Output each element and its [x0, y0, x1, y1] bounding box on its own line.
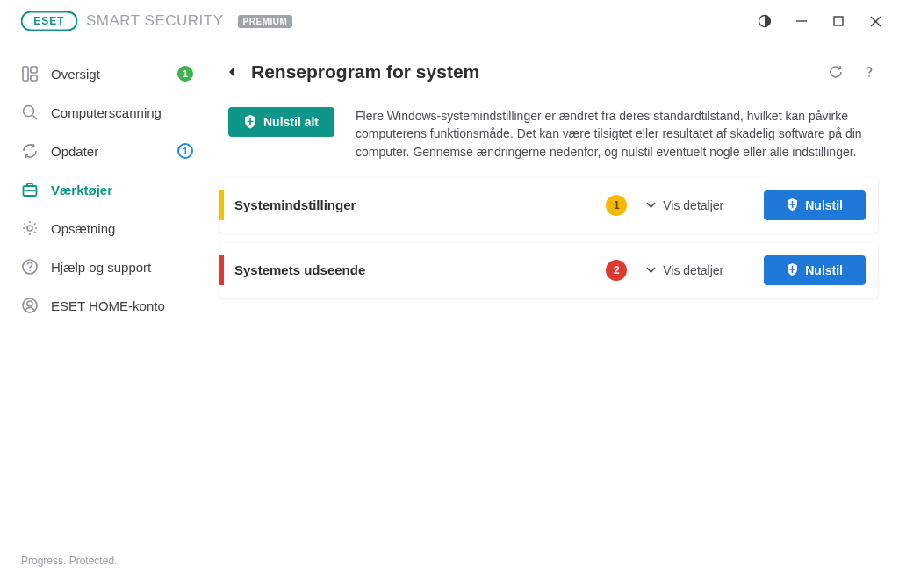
reset-button[interactable]: Nulstil [764, 255, 866, 285]
sidebar-item-overview[interactable]: Oversigt 1 [0, 54, 211, 93]
sidebar-item-label: Hjælp og support [51, 260, 193, 275]
svg-point-10 [24, 106, 34, 117]
sidebar-item-label: Opdater [51, 144, 165, 159]
sidebar-item-update[interactable]: Opdater 1 [0, 132, 211, 170]
sidebar-item-scan[interactable]: Computerscanning [0, 93, 211, 132]
svg-point-18 [27, 301, 32, 306]
count-badge: 1 [606, 195, 627, 216]
help-icon [21, 258, 39, 276]
close-button[interactable] [867, 13, 883, 29]
maximize-button[interactable] [831, 13, 846, 29]
chevron-down-icon [646, 202, 656, 208]
contrast-icon[interactable] [757, 13, 773, 29]
reset-label: Nulstil [805, 198, 843, 212]
help-page-button[interactable] [860, 63, 878, 81]
briefcase-icon [21, 181, 39, 198]
user-icon [21, 297, 39, 314]
sidebar-badge: 1 [177, 143, 193, 159]
sidebar-item-setup[interactable]: Opsætning [0, 209, 211, 247]
reset-label: Nulstil [805, 263, 843, 277]
main-content: Renseprogram for system Nulstil alt Fler… [211, 42, 899, 588]
sidebar-item-label: Værktøjer [51, 183, 193, 197]
details-label: Vis detaljer [663, 198, 723, 212]
details-label: Vis detaljer [663, 263, 723, 277]
card-title: Systemets udseende [234, 262, 463, 277]
svg-text:ESET: ESET [33, 15, 64, 27]
sidebar-item-label: Oversigt [51, 67, 165, 82]
premium-badge: PREMIUM [238, 15, 293, 28]
show-details-toggle[interactable]: Vis detaljer [646, 263, 743, 277]
dashboard-icon [21, 65, 39, 82]
settings-card-system-appearance: Systemets udseende 2 Vis detaljer Nulsti… [219, 243, 878, 298]
svg-point-16 [29, 270, 31, 272]
show-details-toggle[interactable]: Vis detaljer [646, 198, 743, 212]
back-button[interactable] [225, 66, 239, 78]
reset-all-button[interactable]: Nulstil alt [228, 107, 334, 137]
page-header: Renseprogram for system [219, 54, 878, 90]
minimize-button[interactable] [794, 13, 809, 29]
page-title: Renseprogram for system [251, 61, 479, 82]
shield-icon [244, 115, 256, 129]
sidebar-item-label: Computerscanning [51, 105, 193, 120]
product-name: SMART SECURITY [86, 12, 224, 30]
brand-logo-icon: ESET [21, 11, 77, 31]
shield-icon [787, 198, 798, 212]
svg-line-11 [33, 116, 38, 120]
sidebar-item-label: Opsætning [51, 221, 193, 236]
chevron-down-icon [646, 267, 656, 273]
sidebar-item-tools[interactable]: Værktøjer [0, 170, 211, 209]
svg-marker-19 [229, 67, 234, 77]
sidebar-item-label: ESET HOME-konto [51, 298, 193, 313]
reset-all-label: Nulstil alt [263, 115, 319, 129]
titlebar: ESET SMART SECURITY PREMIUM [0, 0, 899, 42]
sidebar-item-help[interactable]: Hjælp og support [0, 247, 211, 286]
reset-button[interactable]: Nulstil [764, 190, 866, 220]
sidebar-item-account[interactable]: ESET HOME-konto [0, 286, 211, 325]
svg-point-20 [868, 75, 870, 77]
svg-rect-8 [31, 67, 37, 73]
sidebar: Oversigt 1 Computerscanning Opdater 1 Væ… [0, 42, 211, 588]
svg-rect-4 [834, 17, 843, 25]
gear-icon [21, 219, 39, 237]
refresh-page-button[interactable] [827, 63, 845, 81]
severity-accent [219, 190, 224, 220]
sidebar-badge: 1 [177, 66, 193, 82]
settings-card-system-settings: Systemindstillinger 1 Vis detaljer Nulst… [219, 178, 878, 233]
sidebar-footer: Progress. Protected. [0, 555, 211, 588]
refresh-icon [21, 142, 39, 160]
svg-point-14 [27, 226, 32, 231]
window-controls [757, 13, 888, 29]
count-badge: 2 [606, 260, 627, 281]
brand: ESET SMART SECURITY PREMIUM [21, 11, 292, 31]
card-title: Systemindstillinger [234, 197, 463, 212]
svg-rect-9 [31, 75, 37, 81]
severity-accent [219, 255, 224, 285]
shield-icon [787, 263, 798, 276]
svg-rect-7 [23, 67, 28, 81]
search-icon [21, 104, 39, 121]
intro-text: Flere Windows-systemindstillinger er ænd… [356, 107, 874, 161]
